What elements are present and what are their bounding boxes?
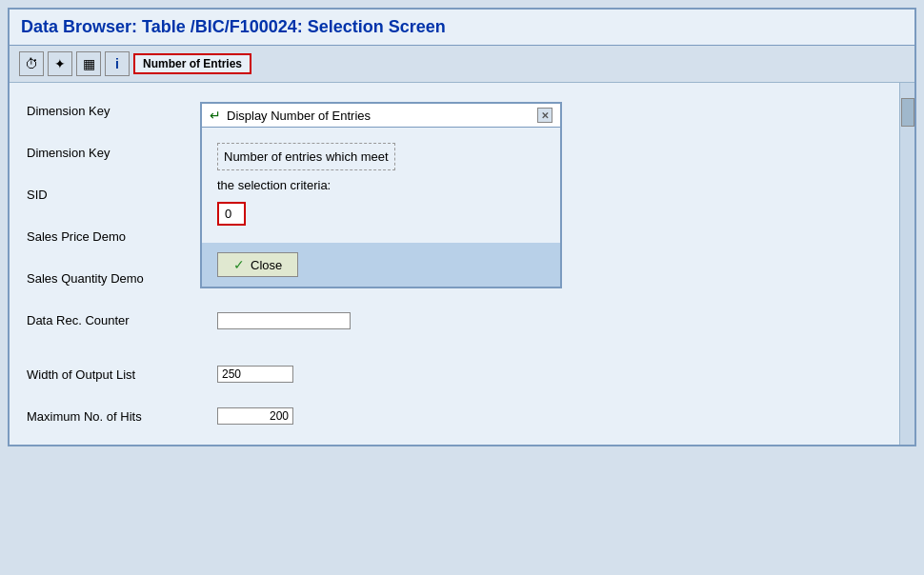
table-row: Maximum No. of Hits	[17, 395, 907, 437]
number-of-entries-button[interactable]: Number of Entries	[133, 53, 251, 74]
table-row: Width of Output List	[17, 353, 907, 395]
scrollbar-thumb	[901, 98, 914, 127]
table-row	[17, 342, 907, 354]
dialog-close-button[interactable]: ✓ Close	[217, 252, 298, 277]
table-icon: ▦	[83, 56, 95, 71]
field-label-dimension-key-1: Dimension Key	[17, 90, 208, 132]
field-label-dimension-key-2: Dimension Key	[17, 132, 208, 174]
main-container: Data Browser: Table /BIC/F100024: Select…	[8, 8, 916, 446]
dialog-display-number-of-entries: ↵ Display Number of Entries ✕ Number of …	[200, 102, 562, 288]
field-label-max-hits: Maximum No. of Hits	[17, 395, 208, 437]
close-icon: ✕	[541, 110, 549, 121]
scrollbar[interactable]	[899, 83, 914, 445]
dialog-message-line2: the selection criteria:	[217, 178, 545, 192]
toolbar-btn-3[interactable]: ▦	[76, 51, 101, 76]
dialog-value: 0	[217, 202, 246, 226]
dialog-close-button-label: Close	[251, 258, 282, 272]
dialog-titlebar: ↵ Display Number of Entries ✕	[202, 104, 560, 128]
max-hits-input[interactable]	[217, 407, 293, 425]
field-label-sales-quantity: Sales Quantity Demo	[17, 258, 208, 300]
content-area: Dimension Key Dimension Key SID	[10, 83, 914, 445]
width-output-input[interactable]	[217, 366, 293, 383]
info-icon: i	[115, 56, 119, 71]
dialog-close-icon-button[interactable]: ✕	[537, 108, 552, 123]
dialog-title-icon: ↵	[210, 108, 221, 123]
toolbar-btn-1[interactable]: ⏱	[19, 51, 44, 76]
dialog-footer: ✓ Close	[202, 243, 560, 287]
checkmark-icon: ✓	[233, 257, 245, 272]
data-rec-counter-input[interactable]	[217, 312, 351, 329]
dialog-body: Number of entries which meet the selecti…	[202, 128, 560, 243]
diamond-icon: ✦	[54, 56, 66, 71]
field-label-sales-price: Sales Price Demo	[17, 216, 208, 258]
field-label-data-rec: Data Rec. Counter	[17, 300, 208, 342]
page-title: Data Browser: Table /BIC/F100024: Select…	[10, 10, 914, 46]
clock-icon: ⏱	[25, 56, 38, 71]
toolbar: ⏱ ✦ ▦ i Number of Entries	[10, 46, 914, 83]
table-row: Data Rec. Counter	[17, 300, 907, 342]
field-label-width: Width of Output List	[17, 353, 208, 395]
toolbar-btn-info[interactable]: i	[105, 51, 130, 76]
toolbar-btn-2[interactable]: ✦	[48, 51, 72, 76]
dialog-title-text: Display Number of Entries	[227, 109, 371, 123]
field-label-sid: SID	[17, 174, 208, 216]
dialog-message-line1: Number of entries which meet	[217, 143, 395, 170]
